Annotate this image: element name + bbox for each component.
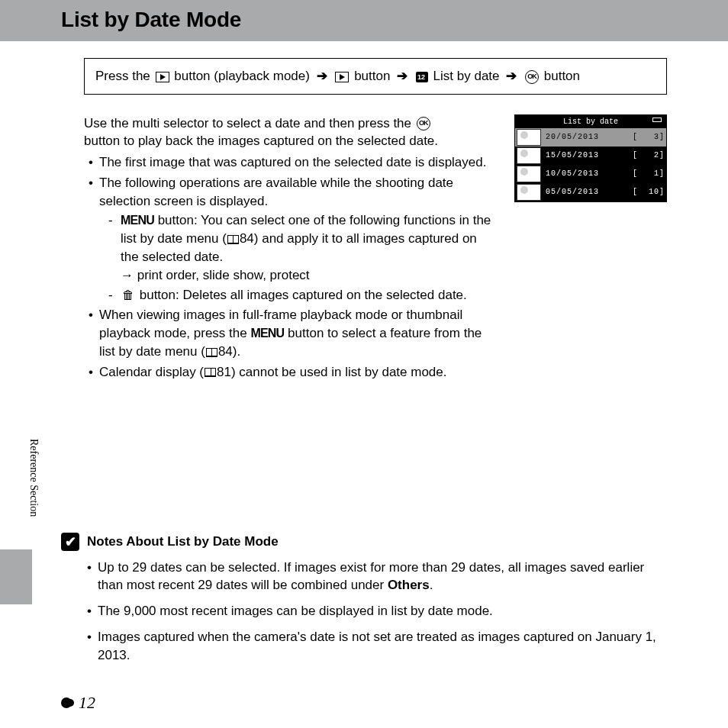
breadcrumb-text: Press the [95,69,154,83]
breadcrumb-text: button (playback mode) [174,69,313,83]
thumbnail-icon [517,129,541,146]
date-text: 05/05/2013 [546,188,628,196]
sub-text: button: Deletes all images captured on t… [140,288,467,302]
bullet-text: Calendar display ( [99,365,204,379]
count-text: [ 3] [633,133,663,141]
page-title: List by Date Mode [61,8,241,31]
screen-title-text: List by date [563,118,618,126]
breadcrumb-text: button [354,69,394,83]
page-title-bar: List by Date Mode [0,0,728,41]
content-area: Press the button (playback mode) ➔ butto… [0,41,728,665]
notes-section: ✔ Notes About List by Date Mode Up to 29… [84,533,667,665]
page-number-text: 12 [79,693,95,713]
sub-text: → print order, slide show, protect [121,268,310,282]
count-text: [ 10] [633,188,663,196]
date-text: 20/05/2013 [546,133,628,141]
sub-bullet: MENU button: You can select one of the f… [99,211,498,284]
arrow-icon: ➔ [317,69,327,83]
breadcrumb: Press the button (playback mode) ➔ butto… [84,58,667,95]
thumbnail-icon [517,166,541,182]
camera-screen-preview: List by date 20/05/2013 [ 3] 15/05/2013 … [514,114,667,202]
thumbnail-icon [517,147,541,164]
bullet-item: Calendar display (81) cannot be used in … [84,363,498,382]
date-row: 20/05/2013 [ 3] [515,128,666,147]
date-row: 15/05/2013 [ 2] [515,147,666,165]
book-icon [205,368,216,377]
note-bold: Others [388,578,430,592]
bullet-item: When viewing images in full-frame playba… [84,306,498,360]
menu-glyph: MENU [121,214,154,227]
date-row: 05/05/2013 [ 10] [515,183,666,201]
main-instructions: Use the multi selector to select a date … [84,114,498,384]
playback-icon [335,72,349,82]
bullet-text: 81) cannot be used in list by date mode. [217,365,446,379]
note-item: Up to 29 dates can be selected. If image… [84,559,667,595]
page-number: 12 [61,693,95,713]
notes-title: Notes About List by Date Mode [87,534,279,549]
sub-bullet: 🗑 button: Deletes all images captured on… [99,286,498,304]
screen-title: List by date [515,115,666,128]
check-icon: ✔ [61,533,79,551]
date-text: 15/05/2013 [546,151,628,159]
ok-icon [417,117,430,130]
side-tab [0,549,32,604]
intro-text: button to play back the images captured … [84,134,438,148]
book-icon [206,348,217,357]
arrow-icon: ➔ [397,69,407,83]
book-icon [227,235,239,244]
bullet-item: The following operations are available w… [84,174,498,304]
bullet-item: The first image that was captured on the… [84,153,498,172]
note-text: Up to 29 dates can be selected. If image… [98,560,644,593]
menu-glyph: MENU [250,327,284,340]
date-row: 10/05/2013 [ 1] [515,165,666,183]
note-item: The 9,000 most recent images can be disp… [84,602,667,620]
breadcrumb-text: List by date [433,69,504,83]
count-text: [ 2] [633,151,663,159]
ok-icon [525,70,539,84]
note-text: . [430,578,433,592]
count-text: [ 1] [633,169,663,178]
bullet-text: The following operations are available w… [99,176,453,208]
playback-icon [156,72,169,82]
arrow-icon: ➔ [506,69,517,83]
thumbnail-icon [517,184,541,201]
trash-icon: 🗑 [122,287,134,304]
notes-heading: ✔ Notes About List by Date Mode [61,533,667,551]
battery-icon [652,118,662,122]
section-label: Reference Section [27,439,40,517]
bullet-text: 84). [218,344,240,359]
breadcrumb-text: button [544,69,580,83]
date-text: 10/05/2013 [546,169,628,178]
intro-text: Use the multi selector to select a date … [84,116,415,130]
note-item: Images captured when the camera's date i… [84,628,667,665]
calendar-icon [416,72,428,82]
